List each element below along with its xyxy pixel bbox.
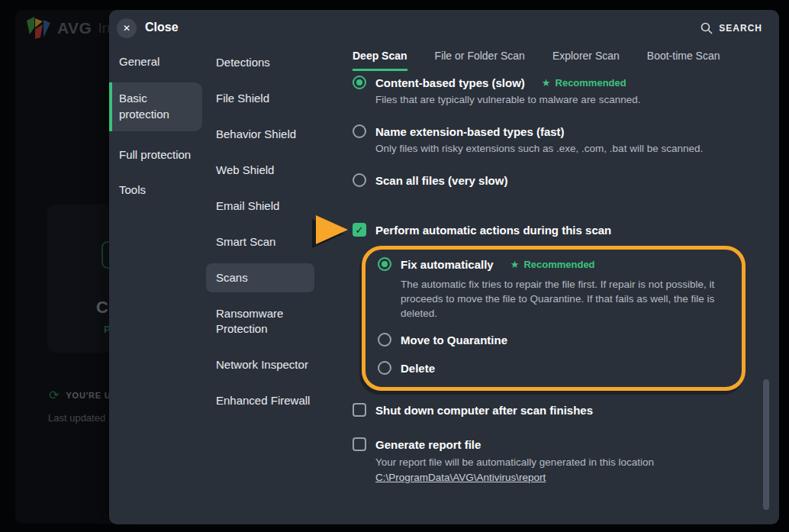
recommended-badge: ★ Recommended bbox=[542, 77, 626, 89]
close-label[interactable]: Close bbox=[145, 21, 179, 34]
option-label: Shut down computer after scan finishes bbox=[375, 404, 593, 417]
settings-overlay: ✕ Close SEARCH General Basic protection … bbox=[109, 10, 779, 524]
option-content-based[interactable]: Content-based types (slow) ★ Recommended bbox=[353, 76, 759, 89]
scrollbar-thumb[interactable] bbox=[763, 379, 769, 510]
option-shutdown[interactable]: Shut down computer after scan finishes bbox=[353, 403, 759, 417]
radio-move-to-quarantine[interactable] bbox=[378, 333, 391, 347]
automatic-actions-highlight-box: Fix automatically ★ Recommended The auto… bbox=[362, 246, 746, 391]
checkbox-automatic-actions[interactable]: ✓ bbox=[353, 223, 366, 237]
nav-item-enhanced-firewall[interactable]: Enhanced Firewall bbox=[202, 393, 336, 408]
nav-item-network-inspector[interactable]: Network Inspector bbox=[202, 357, 336, 372]
checkmark-icon: ✓ bbox=[356, 225, 364, 235]
option-label: Generate report file bbox=[375, 438, 481, 451]
nav-item-web-shield[interactable]: Web Shield bbox=[202, 163, 336, 178]
radio-fix-automatically[interactable] bbox=[378, 257, 391, 271]
option-generate-report[interactable]: Generate report file bbox=[353, 437, 759, 451]
option-label: Fix automatically bbox=[401, 258, 494, 271]
option-label: Content-based types (slow) bbox=[375, 76, 525, 89]
nav-item-general[interactable]: General bbox=[109, 55, 202, 69]
tab-file-or-folder-scan[interactable]: File or Folder Scan bbox=[435, 50, 525, 71]
radio-delete[interactable] bbox=[378, 361, 391, 375]
recommended-badge: ★ Recommended bbox=[510, 259, 595, 270]
radio-content-based[interactable] bbox=[353, 76, 366, 89]
option-description: The automatic fix tries to repair the fi… bbox=[401, 277, 731, 321]
settings-body: General Basic protection Full protection… bbox=[109, 47, 779, 524]
nav-item-tools[interactable]: Tools bbox=[109, 183, 202, 197]
option-automatic-actions[interactable]: ✓ Perform automatic actions during this … bbox=[353, 223, 759, 237]
tab-explorer-scan[interactable]: Explorer Scan bbox=[552, 50, 620, 71]
option-description: Only files with risky extensions such as… bbox=[375, 143, 759, 155]
tab-deep-scan[interactable]: Deep Scan bbox=[353, 50, 407, 71]
radio-scan-all-files[interactable] bbox=[353, 173, 366, 187]
recommended-label: Recommended bbox=[523, 259, 594, 270]
option-label: Move to Quarantine bbox=[401, 334, 507, 347]
nav-item-scans[interactable]: Scans bbox=[206, 263, 314, 292]
settings-nav-secondary: Detections File Shield Behavior Shield W… bbox=[202, 47, 336, 524]
nav-item-basic-protection[interactable]: Basic protection bbox=[109, 82, 202, 131]
option-fix-automatically[interactable]: Fix automatically ★ Recommended bbox=[378, 257, 731, 271]
report-path-link[interactable]: C:\ProgramData\AVG\Antivirus\report bbox=[375, 472, 546, 483]
option-name-extension[interactable]: Name extension-based types (fast) bbox=[353, 124, 759, 138]
search-label: SEARCH bbox=[719, 23, 762, 34]
nav-item-file-shield[interactable]: File Shield bbox=[202, 91, 336, 106]
option-label: Delete bbox=[401, 362, 435, 375]
nav-item-behavior-shield[interactable]: Behavior Shield bbox=[202, 127, 336, 142]
search-icon bbox=[700, 22, 713, 34]
settings-nav-primary: General Basic protection Full protection… bbox=[109, 47, 202, 524]
star-icon: ★ bbox=[542, 77, 551, 89]
report-description: Your report file will be automatically g… bbox=[375, 456, 759, 469]
option-description: Files that are typically vulnerable to m… bbox=[375, 94, 759, 106]
close-icon: ✕ bbox=[123, 23, 130, 34]
nav-item-full-protection[interactable]: Full protection bbox=[109, 148, 202, 162]
option-label: Scan all files (very slow) bbox=[375, 174, 507, 187]
checkbox-shutdown[interactable] bbox=[353, 403, 366, 417]
option-delete[interactable]: Delete bbox=[378, 361, 731, 375]
nav-item-ransomware-protection[interactable]: Ransomware Protection bbox=[202, 306, 309, 337]
recommended-label: Recommended bbox=[556, 77, 626, 89]
close-button[interactable]: ✕ bbox=[117, 18, 137, 38]
scan-tabs: Deep Scan File or Folder Scan Explorer S… bbox=[353, 50, 759, 71]
radio-name-extension[interactable] bbox=[353, 124, 366, 138]
option-label: Perform automatic actions during this sc… bbox=[375, 224, 611, 237]
tab-boot-time-scan[interactable]: Boot-time Scan bbox=[647, 50, 720, 71]
scan-settings-content: Deep Scan File or Folder Scan Explorer S… bbox=[336, 47, 779, 524]
option-move-to-quarantine[interactable]: Move to Quarantine bbox=[378, 333, 731, 347]
star-icon: ★ bbox=[510, 259, 520, 270]
nav-item-detections[interactable]: Detections bbox=[202, 55, 336, 70]
checkbox-generate-report[interactable] bbox=[353, 437, 366, 451]
nav-item-email-shield[interactable]: Email Shield bbox=[202, 198, 336, 214]
annotation-arrow-icon bbox=[316, 215, 348, 244]
option-scan-all-files[interactable]: Scan all files (very slow) bbox=[353, 173, 759, 187]
search-button[interactable]: SEARCH bbox=[700, 22, 762, 34]
option-label: Name extension-based types (fast) bbox=[375, 125, 565, 138]
